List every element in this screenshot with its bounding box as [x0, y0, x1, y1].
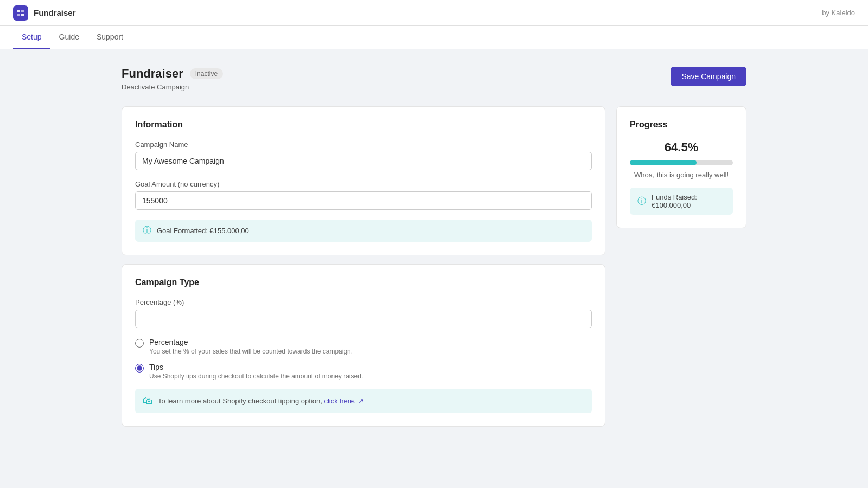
percentage-input[interactable]	[135, 310, 592, 328]
page-title-area: Fundraiser Inactive Deactivate Campaign	[122, 67, 223, 91]
progress-message: Whoa, this is going really well!	[630, 171, 733, 179]
app-title: Fundraiser	[34, 8, 76, 17]
option-tips-text: Tips Use Shopify tips during checkout to…	[149, 363, 363, 380]
svg-rect-2	[17, 14, 20, 16]
option-percentage-label: Percentage	[149, 338, 353, 346]
app-logo-icon	[13, 5, 28, 21]
save-campaign-button[interactable]: Save Campaign	[671, 67, 746, 86]
status-badge: Inactive	[190, 68, 223, 79]
percentage-label: Percentage (%)	[135, 298, 592, 306]
progress-bar-fill	[630, 160, 697, 165]
info-icon: ⓘ	[143, 225, 151, 236]
option-percentage-text: Percentage You set the % of your sales t…	[149, 338, 353, 355]
radio-percentage[interactable]	[135, 339, 144, 348]
option-percentage[interactable]: Percentage You set the % of your sales t…	[135, 338, 592, 355]
option-tips-desc: Use Shopify tips during checkout to calc…	[149, 373, 363, 380]
campaign-name-input[interactable]	[135, 152, 592, 170]
funds-raised-text: Funds Raised: €100.000,00	[652, 193, 725, 209]
campaign-type-options: Percentage You set the % of your sales t…	[135, 338, 592, 380]
nav-item-support[interactable]: Support	[88, 26, 132, 49]
percentage-group: Percentage (%)	[135, 298, 592, 328]
shopify-icon: 🛍	[143, 395, 152, 407]
page-title: Fundraiser	[122, 67, 183, 81]
goal-amount-label: Goal Amount (no currency)	[135, 180, 592, 188]
header-left: Fundraiser	[13, 5, 76, 21]
content-layout: Information Campaign Name Goal Amount (n…	[122, 106, 746, 427]
information-title: Information	[135, 120, 592, 130]
campaign-name-label: Campaign Name	[135, 140, 592, 149]
progress-card: Progress 64.5% Whoa, this is going reall…	[616, 106, 746, 228]
progress-bar-background	[630, 160, 733, 165]
tip-text-before: To learn more about Shopify checkout tip…	[158, 397, 322, 405]
campaign-type-title: Campaign Type	[135, 278, 592, 287]
deactivate-link[interactable]: Deactivate Campaign	[122, 83, 223, 91]
option-tips[interactable]: Tips Use Shopify tips during checkout to…	[135, 363, 592, 380]
header-by: by Kaleido	[822, 9, 855, 17]
right-column: Progress 64.5% Whoa, this is going reall…	[616, 106, 746, 228]
campaign-type-card: Campaign Type Percentage (%) Percentage …	[122, 264, 605, 427]
svg-rect-1	[21, 10, 24, 12]
funds-raised-box: ⓘ Funds Raised: €100.000,00	[630, 188, 733, 215]
tip-link-text: click here.	[324, 397, 356, 405]
nav-item-guide[interactable]: Guide	[50, 26, 88, 49]
navigation: Setup Guide Support	[0, 26, 868, 49]
tip-learn-more-link[interactable]: click here. ↗	[324, 397, 363, 405]
nav-item-setup[interactable]: Setup	[13, 26, 50, 49]
tip-text: To learn more about Shopify checkout tip…	[158, 397, 364, 405]
external-link-icon: ↗	[358, 397, 364, 405]
funds-info-icon: ⓘ	[637, 196, 646, 207]
shopify-tip-box: 🛍 To learn more about Shopify checkout t…	[135, 389, 592, 413]
page-header: Fundraiser Inactive Deactivate Campaign …	[122, 67, 746, 91]
left-column: Information Campaign Name Goal Amount (n…	[122, 106, 605, 427]
svg-rect-0	[17, 10, 20, 12]
campaign-name-group: Campaign Name	[135, 140, 592, 170]
option-tips-label: Tips	[149, 363, 363, 371]
svg-rect-3	[21, 14, 24, 16]
goal-amount-input[interactable]	[135, 191, 592, 210]
main-content: Fundraiser Inactive Deactivate Campaign …	[108, 49, 760, 444]
progress-title: Progress	[630, 120, 733, 130]
information-card: Information Campaign Name Goal Amount (n…	[122, 106, 605, 255]
progress-value: 64.5%	[630, 140, 733, 155]
title-row: Fundraiser Inactive	[122, 67, 223, 81]
header: Fundraiser by Kaleido	[0, 0, 868, 26]
radio-tips[interactable]	[135, 364, 144, 373]
goal-amount-group: Goal Amount (no currency)	[135, 180, 592, 210]
goal-formatted-box: ⓘ Goal Formatted: €155.000,00	[135, 220, 592, 242]
option-percentage-desc: You set the % of your sales that will be…	[149, 348, 353, 355]
goal-formatted-text: Goal Formatted: €155.000,00	[157, 227, 249, 235]
